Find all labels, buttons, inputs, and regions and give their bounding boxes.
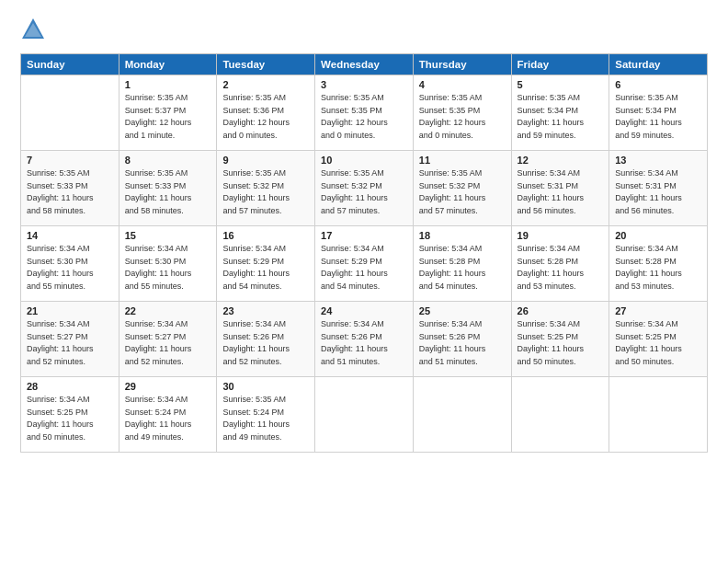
calendar-cell: 1Sunrise: 5:35 AMSunset: 5:37 PMDaylight… [119,75,217,151]
day-number: 3 [321,79,407,90]
day-number: 21 [27,305,113,316]
day-number: 22 [125,305,211,316]
day-number: 5 [518,79,604,90]
day-number: 12 [518,155,604,166]
calendar-body: 1Sunrise: 5:35 AMSunset: 5:37 PMDaylight… [21,75,708,453]
day-number: 10 [321,155,407,166]
day-info: Sunrise: 5:35 AMSunset: 5:34 PMDaylight:… [615,92,701,142]
calendar-cell: 11Sunrise: 5:35 AMSunset: 5:32 PMDayligh… [413,151,511,226]
day-info: Sunrise: 5:34 AMSunset: 5:27 PMDaylight:… [125,318,211,368]
day-number: 27 [615,305,701,316]
calendar-cell: 27Sunrise: 5:34 AMSunset: 5:25 PMDayligh… [609,302,708,377]
week-row-4: 21Sunrise: 5:34 AMSunset: 5:27 PMDayligh… [21,302,708,377]
logo-icon [20,17,46,42]
calendar-cell: 28Sunrise: 5:34 AMSunset: 5:25 PMDayligh… [21,377,119,453]
day-number: 28 [27,381,113,392]
calendar-cell: 13Sunrise: 5:34 AMSunset: 5:31 PMDayligh… [609,151,708,226]
calendar-header: SundayMondayTuesdayWednesdayThursdayFrid… [21,54,708,75]
day-info: Sunrise: 5:34 AMSunset: 5:30 PMDaylight:… [125,243,211,293]
day-number: 24 [321,305,407,316]
day-number: 8 [125,155,211,166]
day-number: 16 [222,230,309,241]
calendar-cell: 9Sunrise: 5:35 AMSunset: 5:32 PMDaylight… [217,151,315,226]
day-info: Sunrise: 5:35 AMSunset: 5:33 PMDaylight:… [27,167,113,217]
day-number: 30 [222,381,309,392]
day-number: 13 [615,155,701,166]
day-info: Sunrise: 5:34 AMSunset: 5:29 PMDaylight:… [321,243,407,293]
calendar-cell [609,377,708,453]
day-info: Sunrise: 5:34 AMSunset: 5:25 PMDaylight:… [27,394,113,443]
day-info: Sunrise: 5:35 AMSunset: 5:37 PMDaylight:… [125,92,211,142]
header-day-tuesday: Tuesday [217,54,315,75]
calendar-cell: 19Sunrise: 5:34 AMSunset: 5:28 PMDayligh… [511,226,609,302]
day-info: Sunrise: 5:34 AMSunset: 5:27 PMDaylight:… [27,318,113,368]
calendar-cell: 8Sunrise: 5:35 AMSunset: 5:33 PMDaylight… [119,151,217,226]
calendar-cell: 26Sunrise: 5:34 AMSunset: 5:25 PMDayligh… [511,302,609,377]
calendar-cell: 3Sunrise: 5:35 AMSunset: 5:35 PMDaylight… [315,75,414,151]
day-info: Sunrise: 5:35 AMSunset: 5:36 PMDaylight:… [222,92,309,142]
day-info: Sunrise: 5:34 AMSunset: 5:25 PMDaylight:… [615,318,701,368]
day-info: Sunrise: 5:35 AMSunset: 5:24 PMDaylight:… [222,394,309,443]
calendar-cell: 24Sunrise: 5:34 AMSunset: 5:26 PMDayligh… [315,302,414,377]
day-number: 17 [321,230,407,241]
day-number: 23 [222,305,309,316]
calendar-cell: 23Sunrise: 5:34 AMSunset: 5:26 PMDayligh… [217,302,315,377]
header-day-monday: Monday [119,54,217,75]
calendar-cell: 17Sunrise: 5:34 AMSunset: 5:29 PMDayligh… [315,226,414,302]
day-number: 7 [27,155,113,166]
calendar-cell: 4Sunrise: 5:35 AMSunset: 5:35 PMDaylight… [413,75,511,151]
day-info: Sunrise: 5:35 AMSunset: 5:35 PMDaylight:… [321,92,407,142]
calendar-cell: 18Sunrise: 5:34 AMSunset: 5:28 PMDayligh… [413,226,511,302]
day-number: 20 [615,230,701,241]
calendar-cell: 21Sunrise: 5:34 AMSunset: 5:27 PMDayligh… [21,302,119,377]
day-number: 15 [125,230,211,241]
week-row-3: 14Sunrise: 5:34 AMSunset: 5:30 PMDayligh… [21,226,708,302]
calendar-cell: 5Sunrise: 5:35 AMSunset: 5:34 PMDaylight… [511,75,609,151]
day-info: Sunrise: 5:34 AMSunset: 5:31 PMDaylight:… [615,167,701,217]
header-day-sunday: Sunday [21,54,119,75]
day-info: Sunrise: 5:35 AMSunset: 5:32 PMDaylight:… [419,167,506,217]
day-number: 25 [419,305,506,316]
day-info: Sunrise: 5:35 AMSunset: 5:32 PMDaylight:… [222,167,309,217]
day-number: 11 [419,155,506,166]
header-row: SundayMondayTuesdayWednesdayThursdayFrid… [21,54,708,75]
calendar-cell [413,377,511,453]
day-info: Sunrise: 5:35 AMSunset: 5:35 PMDaylight:… [419,92,506,142]
day-info: Sunrise: 5:34 AMSunset: 5:26 PMDaylight:… [321,318,407,368]
logo [20,17,50,42]
header-day-wednesday: Wednesday [315,54,414,75]
day-info: Sunrise: 5:34 AMSunset: 5:29 PMDaylight:… [222,243,309,293]
calendar-cell: 16Sunrise: 5:34 AMSunset: 5:29 PMDayligh… [217,226,315,302]
day-number: 19 [518,230,604,241]
day-info: Sunrise: 5:34 AMSunset: 5:28 PMDaylight:… [518,243,604,293]
header [20,17,708,42]
calendar-cell: 14Sunrise: 5:34 AMSunset: 5:30 PMDayligh… [21,226,119,302]
calendar-cell: 30Sunrise: 5:35 AMSunset: 5:24 PMDayligh… [217,377,315,453]
calendar-cell: 2Sunrise: 5:35 AMSunset: 5:36 PMDaylight… [217,75,315,151]
day-number: 4 [419,79,506,90]
day-info: Sunrise: 5:34 AMSunset: 5:26 PMDaylight:… [222,318,309,368]
day-number: 14 [27,230,113,241]
calendar-cell: 10Sunrise: 5:35 AMSunset: 5:32 PMDayligh… [315,151,414,226]
day-number: 26 [518,305,604,316]
page: SundayMondayTuesdayWednesdayThursdayFrid… [0,0,728,462]
day-info: Sunrise: 5:34 AMSunset: 5:30 PMDaylight:… [27,243,113,293]
day-info: Sunrise: 5:34 AMSunset: 5:24 PMDaylight:… [125,394,211,443]
calendar-cell: 6Sunrise: 5:35 AMSunset: 5:34 PMDaylight… [609,75,708,151]
calendar-cell: 25Sunrise: 5:34 AMSunset: 5:26 PMDayligh… [413,302,511,377]
header-day-thursday: Thursday [413,54,511,75]
day-number: 29 [125,381,211,392]
day-number: 6 [615,79,701,90]
day-number: 9 [222,155,309,166]
day-info: Sunrise: 5:34 AMSunset: 5:25 PMDaylight:… [518,318,604,368]
day-info: Sunrise: 5:35 AMSunset: 5:33 PMDaylight:… [125,167,211,217]
calendar-cell: 7Sunrise: 5:35 AMSunset: 5:33 PMDaylight… [21,151,119,226]
calendar-cell: 20Sunrise: 5:34 AMSunset: 5:28 PMDayligh… [609,226,708,302]
calendar-cell: 22Sunrise: 5:34 AMSunset: 5:27 PMDayligh… [119,302,217,377]
day-info: Sunrise: 5:35 AMSunset: 5:34 PMDaylight:… [518,92,604,142]
calendar-cell: 12Sunrise: 5:34 AMSunset: 5:31 PMDayligh… [511,151,609,226]
day-info: Sunrise: 5:34 AMSunset: 5:31 PMDaylight:… [518,167,604,217]
day-info: Sunrise: 5:34 AMSunset: 5:28 PMDaylight:… [615,243,701,293]
header-day-saturday: Saturday [609,54,708,75]
day-info: Sunrise: 5:34 AMSunset: 5:26 PMDaylight:… [419,318,506,368]
